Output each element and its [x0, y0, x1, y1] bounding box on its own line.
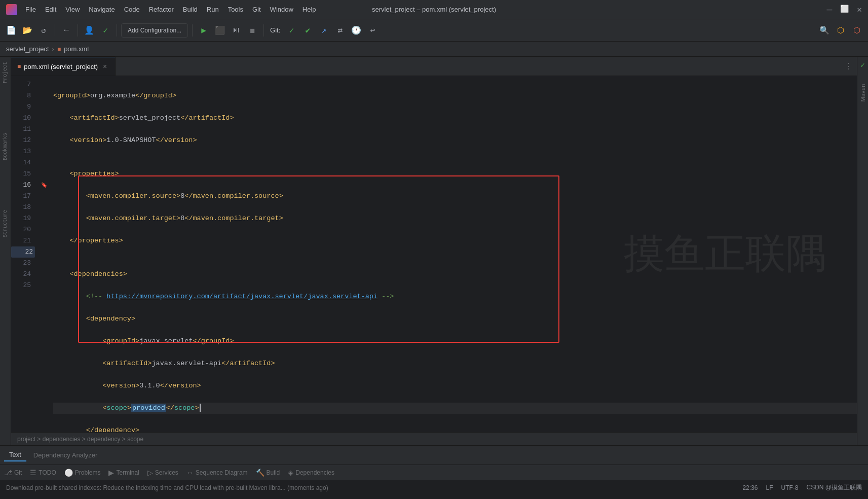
back-button[interactable]: ← — [59, 23, 73, 38]
git-check-button[interactable]: ✓ — [284, 23, 298, 38]
main-area: Project Bookmarks Structure ■ pom.xml (s… — [0, 57, 868, 445]
problems-icon: ⚪ — [64, 469, 73, 477]
window-controls: — ⬜ ✕ — [827, 5, 862, 15]
tab-options-button[interactable]: ⋮ — [841, 57, 857, 76]
open-button[interactable]: 📂 — [20, 23, 34, 38]
run-button[interactable]: ▶ — [197, 23, 211, 38]
notifications-check-icon[interactable]: ✓ — [860, 61, 864, 69]
bottom-tab-dependency-analyzer[interactable]: Dependency Analyzer — [28, 449, 102, 461]
status-line-col: 22:36 — [742, 484, 758, 491]
user-icon[interactable]: 👤 — [82, 23, 96, 38]
services-tool-button[interactable]: ▷ Services — [147, 469, 178, 477]
code-line-11: <properties> — [53, 168, 857, 180]
tab-label: pom.xml (servlet_project) — [24, 63, 98, 70]
tab-close-button[interactable]: × — [101, 62, 109, 70]
todo-tool-label: TODO — [39, 469, 56, 476]
search-button[interactable]: 🔍 — [817, 23, 832, 38]
sequence-icon: ↔ — [186, 469, 194, 477]
git-revert-button[interactable]: ↩ — [365, 23, 380, 38]
code-line-8: <artifactId>servlet_project</artifactId> — [53, 113, 857, 124]
breadcrumb-project[interactable]: servlet_project — [6, 45, 49, 53]
dependencies-tool-button[interactable]: ◈ Dependencies — [288, 469, 334, 477]
vcs-button[interactable]: ✓ — [98, 23, 112, 38]
tab-maven-icon: ■ — [17, 63, 21, 70]
problems-tool-button[interactable]: ⚪ Problems — [64, 469, 101, 477]
git-pull-button[interactable]: ⇄ — [333, 23, 347, 38]
menu-help[interactable]: Help — [298, 5, 320, 14]
menu-tools[interactable]: Tools — [224, 5, 247, 14]
menu-run[interactable]: Run — [203, 5, 223, 14]
menu-window[interactable]: Window — [266, 5, 297, 14]
debug-button[interactable]: ⬛ — [213, 23, 227, 38]
title-bar: File Edit View Navigate Code Refactor Bu… — [0, 0, 868, 19]
todo-tool-button[interactable]: ☰ TODO — [30, 469, 56, 477]
ln-23: 23 — [11, 258, 35, 269]
project-panel-label[interactable]: Project — [3, 59, 8, 86]
bottom-tab-text[interactable]: Text — [4, 449, 26, 461]
sequence-diagram-button[interactable]: ↔ Sequence Diagram — [186, 469, 248, 477]
restore-button[interactable]: ⬜ — [840, 5, 849, 15]
git-tool-label: Git — [14, 469, 22, 476]
ln-22: 22 — [11, 246, 35, 258]
git-push-button[interactable]: ↗ — [317, 23, 331, 38]
ln-8: 8 — [11, 90, 35, 101]
minimize-button[interactable]: — — [827, 5, 833, 15]
git-tool-button[interactable]: ⎇ Git — [4, 469, 22, 477]
separator-4 — [192, 24, 193, 37]
git-tick-button[interactable]: ✔ — [300, 23, 315, 38]
ln-19: 19 — [11, 213, 35, 224]
build-label: Build — [267, 469, 280, 476]
code-editor[interactable]: 7 8 9 10 11 12 13 14 15 16 17 18 19 20 2… — [11, 76, 857, 432]
build-tool-button[interactable]: 🔨 Build — [256, 469, 280, 477]
right-panel: ✓ Maven — [857, 57, 868, 445]
status-encoding: LF — [766, 484, 773, 491]
stop-button[interactable]: ◼ — [245, 23, 259, 38]
code-line-21: <version>3.1.0</version> — [53, 380, 857, 391]
app-icon — [6, 4, 17, 15]
code-line-12: <maven.compiler.source>8</maven.compiler… — [53, 191, 857, 202]
status-message: Download pre-built shared indexes: Reduc… — [6, 484, 734, 491]
status-bar: Download pre-built shared indexes: Reduc… — [0, 480, 868, 495]
code-line-18: <dependency> — [53, 313, 857, 325]
plugin-button[interactable]: ⬡ — [834, 23, 848, 38]
structure-panel-label[interactable]: Structure — [3, 207, 8, 240]
terminal-tool-button[interactable]: ▶ Terminal — [108, 469, 139, 477]
ln-7: 7 — [11, 79, 35, 90]
menu-navigate[interactable]: Navigate — [85, 5, 119, 14]
new-file-button[interactable]: 📄 — [4, 23, 18, 38]
left-panel-icons: Project Bookmarks Structure — [0, 57, 11, 445]
toolbar: 📄 📂 ↺ ← 👤 ✓ Add Configuration... ▶ ⬛ ⏯ ◼… — [0, 19, 868, 42]
services-icon: ▷ — [147, 469, 153, 477]
editor-tab-pom[interactable]: ■ pom.xml (servlet_project) × — [11, 57, 116, 76]
ln-16: 16 — [11, 180, 35, 191]
line-numbers: 7 8 9 10 11 12 13 14 15 16 17 18 19 20 2… — [11, 76, 39, 432]
maven-panel-label[interactable]: Maven — [860, 80, 866, 106]
code-line-9: <version>1.0-SNAPSHOT</version> — [53, 135, 857, 146]
terminal-label: Terminal — [116, 469, 139, 476]
coverage-button[interactable]: ⏯ — [229, 23, 243, 38]
refresh-button[interactable]: ↺ — [36, 23, 51, 38]
add-configuration-button[interactable]: Add Configuration... — [121, 23, 188, 38]
menu-file[interactable]: File — [21, 5, 40, 14]
breadcrumb-file[interactable]: pom.xml — [64, 45, 89, 53]
git-history-button[interactable]: 🕐 — [349, 23, 363, 38]
menu-edit[interactable]: Edit — [41, 5, 60, 14]
gutter-spacer — [39, 191, 49, 202]
separator-2 — [78, 24, 78, 37]
settings-button[interactable]: ⬡ — [850, 23, 864, 38]
ln-14: 14 — [11, 157, 35, 168]
menu-code[interactable]: Code — [120, 5, 144, 14]
bookmarks-panel-label[interactable]: Bookmarks — [3, 130, 8, 163]
menu-build[interactable]: Build — [179, 5, 202, 14]
build-icon: 🔨 — [256, 469, 265, 477]
menu-git[interactable]: Git — [248, 5, 265, 14]
close-button[interactable]: ✕ — [857, 5, 862, 15]
code-line-7: <groupId>org.example</groupId> — [53, 90, 857, 101]
status-right: 22:36 LF UTF-8 CSDN @摸鱼正联隅 — [742, 483, 862, 492]
ln-17: 17 — [11, 191, 35, 202]
menu-view[interactable]: View — [61, 5, 84, 14]
ln-20: 20 — [11, 224, 35, 235]
sequence-label: Sequence Diagram — [196, 469, 248, 476]
menu-refactor[interactable]: Refactor — [145, 5, 178, 14]
code-content[interactable]: <groupId>org.example</groupId> <artifact… — [49, 76, 857, 432]
